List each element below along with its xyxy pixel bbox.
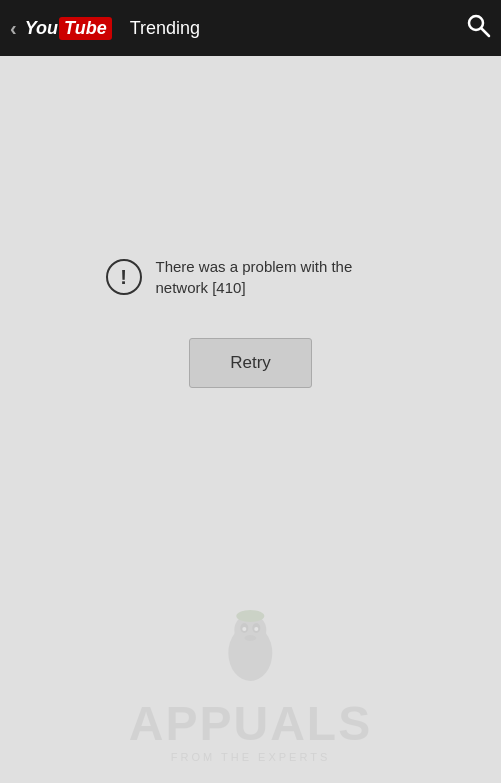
watermark-brand: APPUALS [129,696,372,751]
back-button[interactable]: ‹ [10,17,17,40]
svg-point-9 [236,610,264,622]
error-container: ! There was a problem with the network [… [106,256,396,298]
svg-point-3 [234,614,266,646]
mascot-image [210,608,290,688]
app-header: ‹ YouTube Trending [0,0,501,56]
search-icon [465,12,491,38]
svg-point-6 [242,627,246,631]
svg-point-2 [228,625,272,681]
page-title: Trending [130,18,200,39]
svg-point-5 [252,623,260,633]
svg-line-1 [482,29,490,37]
error-message: There was a problem with the network [41… [156,256,396,298]
svg-point-8 [244,635,256,641]
main-content: ! There was a problem with the network [… [0,56,501,783]
search-button[interactable] [465,12,491,44]
retry-button[interactable]: Retry [189,338,312,388]
youtube-logo: YouTube [25,17,112,40]
svg-point-7 [254,627,258,631]
exclamation-icon: ! [120,267,127,287]
watermark-tagline: FROM THE EXPERTS [129,751,372,763]
header-left: ‹ YouTube Trending [10,17,200,40]
svg-rect-10 [240,611,260,619]
error-icon: ! [106,259,142,295]
youtube-you-text: You [25,18,58,39]
youtube-tube-text: Tube [59,17,112,40]
svg-point-4 [240,623,248,633]
watermark: APPUALS FROM THE EXPERTS [129,608,372,763]
